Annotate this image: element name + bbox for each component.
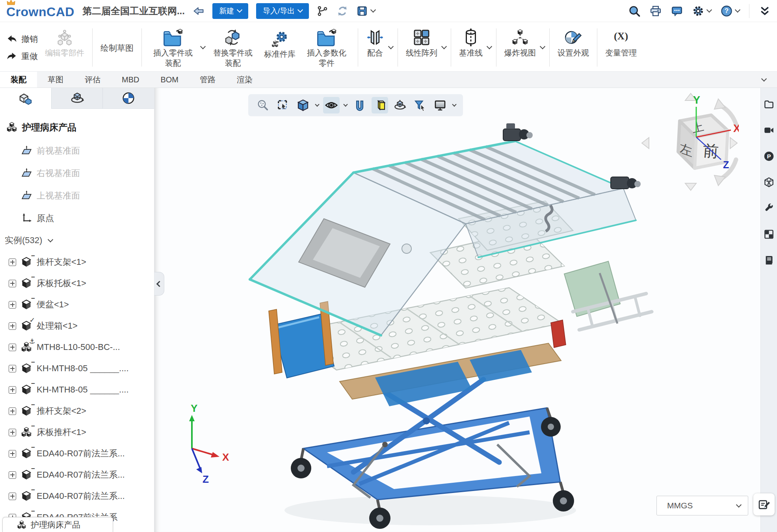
- expand-icon[interactable]: [9, 450, 16, 458]
- back-arrow-icon[interactable]: [193, 5, 204, 17]
- edit-component-button[interactable]: 编辑零部件: [41, 25, 88, 70]
- redo-button[interactable]: 重做: [6, 51, 38, 62]
- mode-tab[interactable]: 管路: [189, 72, 226, 87]
- chevron-down-icon[interactable]: [370, 7, 376, 13]
- expand-icon[interactable]: [9, 259, 16, 266]
- insert-parametric-button[interactable]: 插入参数化零件: [299, 25, 354, 70]
- marquee-select-icon[interactable]: [275, 97, 291, 113]
- expand-icon[interactable]: [9, 301, 16, 309]
- model-cube-icon[interactable]: [764, 177, 774, 188]
- mode-tab[interactable]: BOM: [150, 72, 189, 87]
- draw-sketch-button[interactable]: 绘制草图: [97, 25, 138, 70]
- selection-filter-icon[interactable]: [412, 97, 428, 113]
- tree-item[interactable]: − 床板托板<1>: [0, 273, 154, 294]
- tree-instances-header[interactable]: 实例(532): [0, 229, 154, 251]
- expand-icon[interactable]: [9, 386, 16, 394]
- tree-root[interactable]: 护理病床产品: [0, 115, 154, 140]
- screen-display-chevron[interactable]: [452, 105, 457, 106]
- exploded-view-button[interactable]: 爆炸视图: [500, 25, 540, 70]
- expand-icon[interactable]: [9, 280, 16, 287]
- datum-line-button[interactable]: 基准线: [455, 25, 487, 70]
- tree-origin-item[interactable]: 原点: [0, 207, 154, 229]
- insert-part-chevron[interactable]: [200, 25, 206, 70]
- view-cube[interactable]: 上 左 前 Y X Z: [640, 93, 739, 191]
- view-orientation-chevron[interactable]: [315, 105, 320, 106]
- panel-collapse-handle[interactable]: [154, 272, 164, 296]
- view-cube-body[interactable]: 上 左 前: [678, 115, 728, 168]
- chevron-down-icon[interactable]: [735, 7, 740, 13]
- settings-gear-icon[interactable]: [692, 5, 704, 17]
- status-popup[interactable]: 护理病床产品: [2, 517, 113, 532]
- tree-item[interactable]: ✓ 处理箱<1>: [0, 315, 154, 337]
- tab-assembly-tree[interactable]: [0, 88, 51, 109]
- refresh-icon[interactable]: [336, 5, 348, 17]
- collapse-ribbon-icon[interactable]: [759, 5, 771, 17]
- linear-pattern-chevron[interactable]: [441, 25, 447, 70]
- mode-tab[interactable]: 装配: [0, 72, 37, 87]
- exploded-view-chevron[interactable]: [540, 25, 545, 70]
- tree-item[interactable]: ⚓ MTH8-L10-500-BC-...: [0, 337, 154, 358]
- linear-pattern-button[interactable]: 线性阵列: [402, 25, 441, 70]
- mode-tab[interactable]: MBD: [111, 72, 150, 87]
- datum-line-chevron[interactable]: [487, 25, 492, 70]
- new-button[interactable]: 新建: [212, 3, 248, 19]
- tab-mates[interactable]: [51, 88, 103, 109]
- expand-icon[interactable]: [9, 365, 16, 372]
- 3d-viewport[interactable]: Y X Z: [154, 88, 760, 532]
- expand-icon[interactable]: [9, 344, 16, 351]
- tree-item[interactable]: − KH-MTH8-05 ______....: [0, 379, 154, 400]
- tab-display-states[interactable]: [102, 88, 154, 109]
- save-icon[interactable]: [356, 5, 368, 17]
- tree-item[interactable]: − 推杆支架<2>: [0, 400, 154, 422]
- replace-part-button[interactable]: 替换零件或装配: [206, 25, 260, 70]
- mode-tab[interactable]: 评估: [74, 72, 111, 87]
- parameter-p-icon[interactable]: P: [764, 151, 774, 162]
- files-folder-icon[interactable]: [764, 99, 774, 110]
- screen-display-icon[interactable]: [432, 97, 448, 113]
- insert-part-button[interactable]: 插入零件或装配: [146, 25, 200, 70]
- note-edit-button[interactable]: [753, 493, 775, 515]
- unit-system-dropdown[interactable]: MMGS: [656, 496, 748, 515]
- standard-library-button[interactable]: 标准件库: [260, 25, 299, 70]
- appearance-box-icon[interactable]: [372, 97, 388, 113]
- help-icon[interactable]: ?: [721, 5, 732, 17]
- section-view-icon[interactable]: [351, 97, 368, 113]
- expand-icon[interactable]: [9, 493, 16, 500]
- chevron-down-icon[interactable]: [706, 7, 712, 13]
- journal-book-icon[interactable]: [764, 255, 774, 266]
- display-quadrant-icon[interactable]: [764, 229, 774, 240]
- set-appearance-button[interactable]: 设置外观: [554, 25, 593, 70]
- mode-tab[interactable]: 渲染: [226, 72, 263, 87]
- tree-item[interactable]: − KH-MTH8-05 ______....: [0, 358, 154, 379]
- mode-tab[interactable]: 草图: [37, 72, 74, 87]
- print-icon[interactable]: [650, 5, 662, 17]
- tree-plane-item[interactable]: 右视基准面: [0, 162, 154, 184]
- display-style-chevron[interactable]: [343, 105, 348, 106]
- zoom-area-icon[interactable]: [255, 97, 271, 113]
- tabbar-chevron-icon[interactable]: [762, 72, 773, 88]
- mate-button[interactable]: 配合: [362, 25, 388, 70]
- tree-plane-item[interactable]: 前视基准面: [0, 140, 154, 162]
- display-style-eye-icon[interactable]: [323, 97, 340, 113]
- recording-camera-icon[interactable]: [764, 125, 774, 136]
- variable-manage-button[interactable]: (X) 变量管理: [601, 25, 641, 70]
- mate-chevron[interactable]: [388, 25, 394, 70]
- expand-icon[interactable]: [9, 322, 16, 330]
- tree-plane-item[interactable]: 上视基准面: [0, 184, 154, 207]
- tree-item[interactable]: − 床板推杆<1>: [0, 422, 154, 443]
- app-logo[interactable]: CrownCAD: [6, 2, 74, 19]
- tree-item[interactable]: − 推杆支架<1>: [0, 251, 154, 273]
- expand-icon[interactable]: [9, 429, 16, 436]
- search-icon[interactable]: [628, 5, 640, 17]
- expand-icon[interactable]: [9, 471, 16, 479]
- undo-button[interactable]: 撤销: [6, 33, 38, 45]
- import-export-button[interactable]: 导入/导出: [256, 3, 309, 19]
- rotate-view-icon[interactable]: [392, 97, 408, 113]
- tree-item[interactable]: − EDA40-R07前法兰系...: [0, 464, 154, 485]
- tools-wrench-icon[interactable]: [764, 203, 774, 214]
- feedback-chat-icon[interactable]: [671, 5, 683, 17]
- tree-item[interactable]: − 便盆<1>: [0, 294, 154, 315]
- version-branch-icon[interactable]: [317, 5, 329, 17]
- expand-icon[interactable]: [9, 407, 16, 415]
- tree-item[interactable]: − EDA40-R07前法兰系...: [0, 443, 154, 464]
